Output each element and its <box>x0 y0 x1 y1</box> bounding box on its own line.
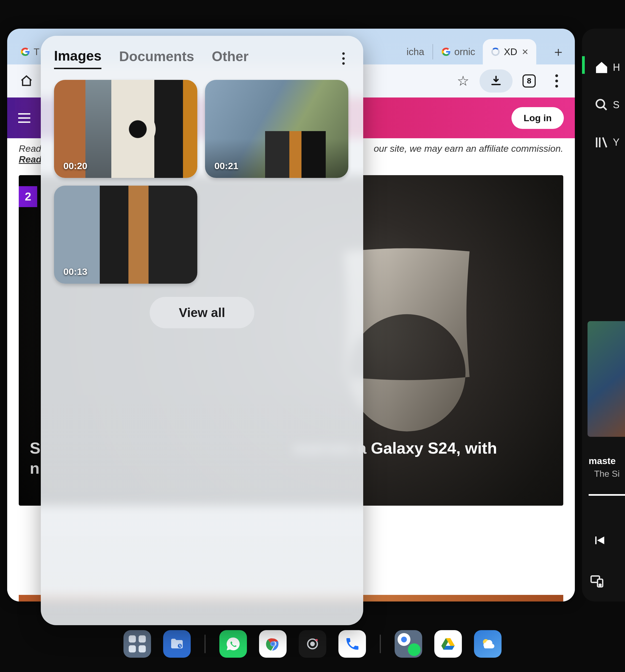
video-duration: 00:13 <box>63 266 87 277</box>
app-spotify-group[interactable] <box>395 630 422 658</box>
app-whatsapp[interactable] <box>219 630 247 658</box>
tab-label: ornic <box>455 46 476 57</box>
tab-other[interactable]: Other <box>212 48 249 68</box>
download-thumb-grid: 00:20 00:21 00:13 <box>54 80 350 284</box>
tab-documents[interactable]: Documents <box>119 48 194 68</box>
skip-previous-icon <box>592 533 607 548</box>
video-duration: 00:21 <box>214 161 238 171</box>
nav-library[interactable]: Y <box>587 129 620 155</box>
app-drive[interactable] <box>434 630 462 658</box>
music-side-panel: H S Y maste The Si <box>582 29 625 601</box>
download-thumb[interactable]: 00:20 <box>54 80 197 178</box>
affiliate-suffix: our site, we may earn an affiliate commi… <box>374 143 563 154</box>
tab-2[interactable]: ornic <box>434 39 483 65</box>
hamburger-menu-button[interactable] <box>18 113 30 123</box>
whatsapp-icon <box>226 636 241 652</box>
dock-separator <box>205 634 206 653</box>
app-chrome[interactable] <box>259 630 286 658</box>
affiliate-link[interactable]: Read <box>19 154 42 164</box>
star-icon: ☆ <box>457 73 469 89</box>
nav-home-label: H <box>613 62 620 73</box>
svg-point-5 <box>599 584 601 586</box>
popover-menu-button[interactable] <box>337 52 350 65</box>
album-art[interactable] <box>587 321 625 437</box>
chrome-icon <box>265 636 280 652</box>
tab-label: T <box>33 46 40 57</box>
google-favicon-icon <box>20 47 30 57</box>
new-tab-button[interactable]: ＋ <box>547 41 569 63</box>
svg-point-13 <box>316 639 318 641</box>
phone-icon <box>345 636 360 652</box>
downloads-button[interactable] <box>480 69 513 93</box>
download-icon <box>490 75 502 87</box>
app-files[interactable] <box>163 630 191 658</box>
affiliate-prefix: Read <box>19 143 41 154</box>
chrome-mini-icon <box>396 632 412 647</box>
download-thumb[interactable]: 00:21 <box>205 80 348 178</box>
weather-icon <box>480 636 495 652</box>
downloads-popover: Images Documents Other 00:20 00:21 00:13… <box>41 36 363 625</box>
svg-point-12 <box>310 642 315 646</box>
camera-icon <box>305 636 320 652</box>
home-icon <box>594 60 609 75</box>
search-icon <box>594 97 609 112</box>
bookmark-button[interactable]: ☆ <box>452 70 474 92</box>
cast-button[interactable] <box>589 573 605 590</box>
app-camera[interactable] <box>299 630 326 658</box>
app-weather[interactable] <box>474 630 502 658</box>
kebab-icon <box>555 74 558 88</box>
tab-label: XD <box>504 46 517 57</box>
app-phone[interactable] <box>339 630 366 658</box>
tab-label: icha <box>407 46 424 57</box>
nav-library-label: Y <box>613 137 620 148</box>
home-button[interactable] <box>14 69 39 93</box>
download-thumb[interactable]: 00:13 <box>54 186 197 284</box>
apps-grid-icon <box>129 635 146 652</box>
nav-search[interactable]: S <box>587 92 620 118</box>
dock-separator <box>380 634 381 653</box>
loading-spinner-icon <box>490 47 501 57</box>
active-indicator <box>582 56 585 74</box>
nav-home[interactable]: H <box>587 54 620 80</box>
tab-separator <box>433 44 433 59</box>
view-all-button[interactable]: View all <box>149 297 254 328</box>
video-duration: 00:20 <box>63 161 87 171</box>
tab-count-badge: 8 <box>523 74 536 88</box>
taskbar <box>0 630 625 658</box>
folder-icon <box>169 636 185 652</box>
track-title: maste <box>588 456 616 466</box>
tab-active[interactable]: XD ✕ <box>483 39 536 65</box>
app-drawer-button[interactable] <box>123 630 151 658</box>
track-artist: The Si <box>594 469 620 479</box>
login-button[interactable]: Log in <box>511 107 564 129</box>
google-favicon-icon <box>441 47 451 57</box>
drive-icon <box>440 636 456 652</box>
tab-1[interactable]: icha <box>399 39 432 65</box>
previous-track-button[interactable] <box>592 533 607 552</box>
page-accent <box>7 97 15 111</box>
hero-badge: 2 <box>19 186 37 207</box>
library-icon <box>594 135 609 150</box>
progress-bar[interactable] <box>588 494 625 496</box>
close-tab-icon[interactable]: ✕ <box>522 47 529 57</box>
svg-point-2 <box>596 100 604 108</box>
nav-search-label: S <box>613 99 620 111</box>
svg-point-10 <box>271 642 275 646</box>
svg-point-15 <box>401 637 407 643</box>
devices-icon <box>589 573 605 589</box>
browser-menu-button[interactable] <box>546 70 568 92</box>
popover-tabs: Images Documents Other <box>54 46 350 71</box>
tab-count-button[interactable]: 8 <box>518 70 540 92</box>
tab-images[interactable]: Images <box>54 48 101 69</box>
